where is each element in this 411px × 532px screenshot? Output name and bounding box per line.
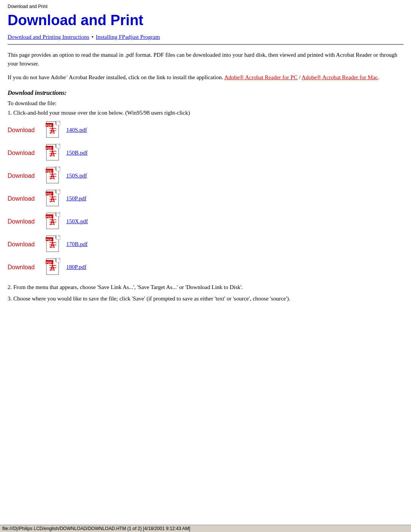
svg-marker-42: [58, 189, 60, 191]
download-heading: Download instructions:: [8, 89, 403, 96]
pdf-file-link[interactable]: 170B.pdf: [66, 241, 88, 248]
download-label: Download: [8, 218, 42, 225]
svg-text:PDF: PDF: [46, 169, 52, 173]
download-list: Download PDF: [8, 121, 403, 277]
pdf-icon: PDF: [46, 189, 62, 208]
svg-marker-78: [58, 258, 60, 260]
step2-text: 2. From the menu that appears, choose 'S…: [8, 283, 403, 292]
nav-link-instructions[interactable]: Download and Printing Instructions: [8, 34, 89, 40]
nav-link-fpadjust[interactable]: Installing FPadjust Program: [96, 34, 160, 40]
intro-paragraph1: This page provides an option to read the…: [8, 51, 403, 68]
divider: [8, 44, 403, 45]
download-row: Download PDF: [8, 144, 403, 163]
pdf-file-link[interactable]: 150X.pdf: [66, 218, 88, 225]
page-title: Download and Print: [8, 12, 403, 29]
svg-marker-18: [58, 144, 60, 145]
download-label: Download: [8, 127, 42, 134]
download-row: Download PDF: [8, 212, 403, 231]
step1-text: 1. Click-and-hold your mouse over the ic…: [8, 110, 403, 116]
download-label: Download: [8, 241, 42, 248]
pdf-icon: PDF: [46, 235, 62, 254]
download-row: Download PDF: [8, 121, 403, 140]
nav-links: Download and Printing Instructions • Ins…: [8, 34, 403, 40]
nav-separator: •: [92, 34, 94, 40]
download-label: Download: [8, 150, 42, 157]
svg-marker-54: [58, 212, 60, 214]
pdf-file-link[interactable]: 180P.pdf: [66, 264, 86, 270]
pdf-icon: PDF: [46, 166, 62, 185]
svg-text:PDF: PDF: [46, 238, 52, 241]
intro-separator: /: [298, 74, 302, 80]
svg-text:PDF: PDF: [46, 147, 52, 150]
acrobat-mac-link[interactable]: Adobe® Acrobat Reader for Mac: [301, 74, 378, 80]
svg-marker-30: [58, 166, 60, 168]
intro-paragraph2: If you do not have Adobe¨ Acrobat Reader…: [8, 73, 403, 82]
svg-marker-6: [58, 121, 60, 123]
pdf-icon: PDF: [46, 121, 62, 140]
svg-text:PDF: PDF: [46, 192, 52, 196]
download-row: Download PDF: [8, 258, 403, 277]
pdf-file-link[interactable]: 140S.pdf: [66, 127, 87, 133]
svg-marker-66: [58, 235, 60, 237]
pdf-file-link[interactable]: 150S.pdf: [66, 173, 87, 179]
download-row: Download PDF: [8, 166, 403, 185]
pdf-icon: PDF: [46, 144, 62, 163]
pdf-icon: PDF: [46, 212, 62, 231]
download-label: Download: [8, 173, 42, 179]
download-row: Download PDF: [8, 235, 403, 254]
browser-tab: Download and Print: [8, 4, 403, 9]
download-label: Download: [8, 264, 42, 271]
step3-text: 3. Choose where you would like to save t…: [8, 294, 403, 303]
download-row: Download PDF: [8, 189, 403, 208]
pdf-file-link[interactable]: 150P.pdf: [66, 195, 86, 202]
svg-text:PDF: PDF: [46, 215, 52, 219]
intro-p2-after: .: [378, 74, 379, 80]
intro-p2-before: If you do not have Adobe¨ Acrobat Reader…: [8, 74, 224, 80]
svg-text:PDF: PDF: [46, 261, 52, 264]
download-label: Download: [8, 195, 42, 202]
to-download-text: To download the file:: [8, 100, 403, 107]
pdf-icon: PDF: [46, 258, 62, 277]
pdf-file-link[interactable]: 150B.pdf: [66, 150, 88, 156]
acrobat-pc-link[interactable]: Adobe® Acrobat Reader for PC: [224, 74, 297, 80]
svg-text:PDF: PDF: [46, 124, 52, 127]
